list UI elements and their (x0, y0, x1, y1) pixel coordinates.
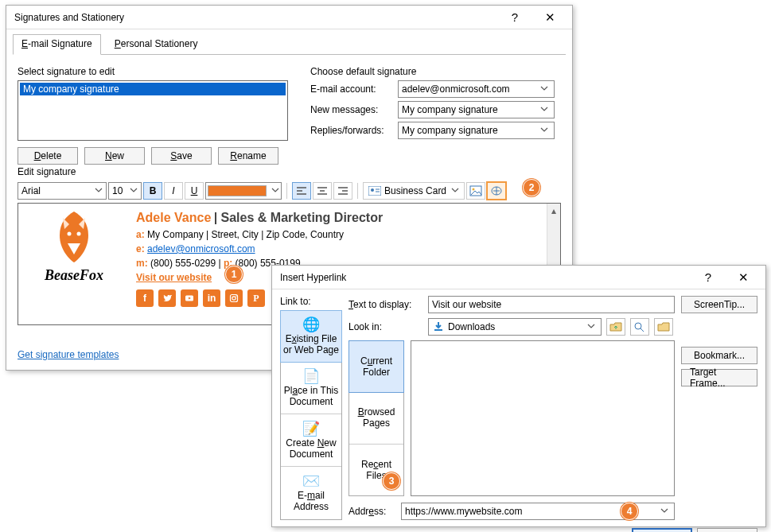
business-card-button[interactable]: Business Card (363, 182, 465, 200)
bookmark-button[interactable]: Bookmark... (681, 347, 757, 364)
sig-job-title: Sales & Marketing Director (221, 211, 384, 224)
new-messages-select[interactable]: My company signature (398, 101, 555, 118)
picture-icon (469, 185, 482, 196)
look-in-label: Look in: (349, 321, 423, 332)
svg-point-6 (77, 232, 81, 236)
email-account-label: E-mail account: (310, 83, 398, 95)
new-button[interactable]: New (84, 147, 145, 165)
window-title: Insert Hyperlink (280, 272, 691, 283)
font-color-select[interactable] (205, 182, 282, 200)
svg-point-11 (635, 323, 641, 329)
target-frame-button[interactable]: Target Frame... (681, 369, 757, 386)
search-web-icon (633, 321, 646, 332)
chevron-down-icon (538, 104, 551, 115)
get-templates-link[interactable]: Get signature templates (18, 349, 119, 360)
youtube-icon[interactable] (181, 289, 198, 307)
align-right-button[interactable] (333, 182, 352, 200)
tab-personal-stationery[interactable]: Personal Stationery (106, 34, 207, 55)
browse-file-button[interactable] (654, 318, 673, 336)
email-account-select[interactable]: adelev@onmicrosoft.com (398, 80, 555, 98)
tab-email-signature[interactable]: E-mail Signature (13, 34, 101, 55)
close-icon[interactable]: ✕ (532, 6, 567, 29)
sig-website-link[interactable]: Visit our website (136, 272, 212, 283)
text-to-display-input[interactable]: Visit our website (428, 296, 675, 313)
brand-name: BeaseFox (18, 267, 130, 284)
sig-name: Adele Vance (136, 211, 211, 224)
edit-signature-label: Edit signature (18, 166, 561, 177)
up-folder-button[interactable] (606, 318, 625, 336)
window-title: Signatures and Stationery (14, 12, 497, 23)
link-icon (490, 185, 503, 196)
document-new-icon: 📝 (302, 421, 320, 436)
bold-button[interactable]: B (143, 182, 162, 200)
text-to-display-label: Text to display: (349, 299, 423, 310)
signature-list-item[interactable]: My company signature (20, 83, 286, 95)
chevron-down-icon (95, 185, 103, 196)
svg-point-5 (68, 232, 72, 236)
close-icon[interactable]: ✕ (726, 266, 761, 289)
font-size-select[interactable]: 10 (108, 182, 142, 200)
chevron-down-icon (585, 321, 598, 332)
sig-email-link[interactable]: adelev@onmicrosoft.com (147, 243, 255, 254)
svg-point-3 (473, 188, 475, 191)
formatting-toolbar: Arial 10 B I U Business Card (18, 182, 561, 200)
download-arrow-icon (432, 320, 445, 333)
browsed-pages-tab[interactable]: BrowsedPages (349, 392, 403, 444)
linkto-existing-file[interactable]: 🌐 Existing File or Web Page (280, 310, 342, 363)
fox-icon (49, 208, 99, 264)
help-icon[interactable]: ? (691, 266, 726, 289)
align-center-button[interactable] (313, 182, 332, 200)
screentip-button[interactable]: ScreenTip... (681, 296, 757, 313)
ok-button[interactable]: OK (632, 528, 692, 532)
card-icon (368, 186, 381, 196)
color-swatch (208, 185, 267, 196)
callout-1: 1 (225, 266, 243, 283)
linkto-create-new[interactable]: 📝 Create New Document (281, 414, 341, 467)
select-signature-label: Select signature to edit (18, 66, 298, 77)
instagram-icon[interactable] (225, 289, 243, 307)
twitter-icon[interactable] (158, 289, 176, 307)
svg-point-9 (232, 297, 236, 300)
linkto-email[interactable]: ✉️ E-mail Address (281, 467, 341, 519)
sig-mobile: (800) 555-0299 (150, 258, 216, 269)
replies-forwards-label: Replies/forwards: (310, 125, 398, 136)
save-button[interactable]: Save (151, 147, 212, 165)
sig-address: My Company | Street, City | Zip Code, Co… (147, 229, 344, 240)
chevron-down-icon (538, 83, 551, 95)
look-in-select[interactable]: Downloads (428, 318, 602, 336)
linkto-place-in-doc[interactable]: 📄 Place in This Document (281, 362, 341, 414)
rename-button[interactable]: Rename (218, 147, 278, 165)
signature-list[interactable]: My company signature (18, 80, 288, 141)
italic-button[interactable]: I (164, 182, 183, 200)
align-left-button[interactable] (292, 182, 311, 200)
svg-rect-0 (368, 186, 381, 196)
link-to-label: Link to: (280, 296, 342, 307)
facebook-icon[interactable]: f (136, 289, 154, 307)
cancel-button[interactable]: Cancel (697, 528, 757, 532)
help-icon[interactable]: ? (497, 6, 532, 29)
chevron-down-icon (130, 185, 138, 196)
callout-2: 2 (523, 179, 540, 196)
browse-web-button[interactable] (630, 318, 649, 336)
delete-button[interactable]: Delete (18, 147, 78, 165)
insert-hyperlink-button[interactable] (487, 182, 506, 200)
underline-button[interactable]: U (185, 182, 204, 200)
linkedin-icon[interactable]: in (203, 289, 220, 307)
file-list[interactable] (411, 340, 675, 496)
replies-forwards-select[interactable]: My company signature (398, 122, 555, 139)
page-globe-icon: 🌐 (302, 317, 320, 332)
titlebar: Signatures and Stationery ? ✕ (6, 6, 572, 29)
chevron-down-icon (658, 506, 671, 517)
current-folder-tab[interactable]: CurrentFolder (349, 340, 404, 393)
svg-point-10 (236, 295, 237, 297)
insert-picture-button[interactable] (466, 182, 485, 200)
logo: BeaseFox (26, 208, 122, 307)
chevron-down-icon (538, 125, 551, 136)
pinterest-icon[interactable]: P (247, 289, 265, 307)
new-messages-label: New messages: (310, 104, 398, 115)
folder-open-icon (657, 321, 670, 332)
scroll-up-icon[interactable]: ▴ (547, 204, 560, 217)
callout-4: 4 (621, 503, 638, 520)
chevron-down-icon (451, 185, 459, 196)
font-family-select[interactable]: Arial (18, 182, 107, 200)
